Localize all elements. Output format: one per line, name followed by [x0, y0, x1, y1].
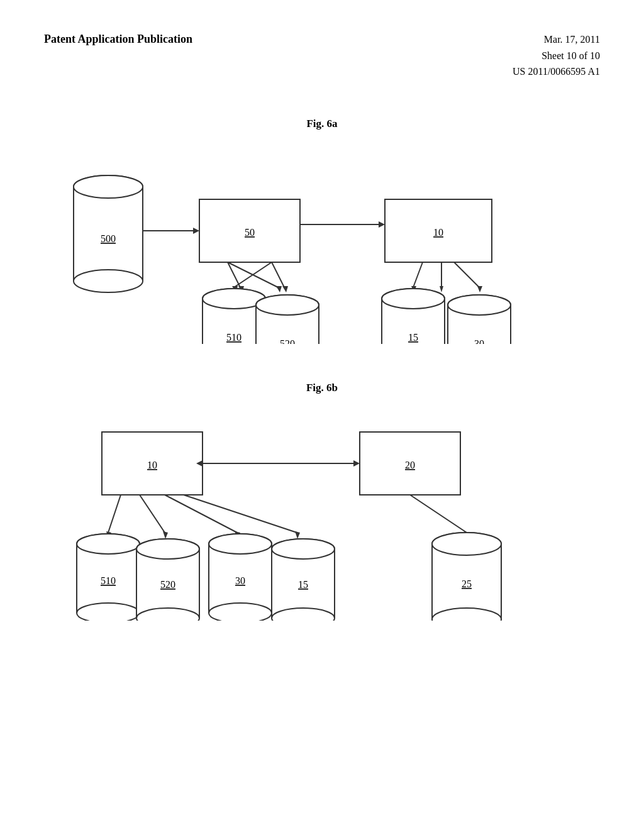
- svg-marker-20: [276, 286, 282, 292]
- svg-line-64: [108, 495, 121, 533]
- fig6a-title: Fig. 6a: [44, 118, 600, 130]
- page-header: Patent Application Publication Mar. 17, …: [44, 31, 600, 80]
- svg-text:510: 510: [226, 332, 242, 343]
- svg-point-5: [74, 175, 143, 198]
- svg-text:520: 520: [160, 579, 175, 590]
- svg-line-21: [272, 262, 284, 287]
- svg-marker-12: [379, 221, 385, 228]
- svg-text:10: 10: [433, 227, 443, 238]
- svg-text:520: 520: [280, 338, 295, 344]
- svg-point-76: [77, 603, 140, 621]
- svg-marker-42: [440, 286, 443, 292]
- svg-point-77: [77, 534, 140, 554]
- svg-marker-61: [353, 460, 360, 467]
- fig6a-svg: 500 50 10: [52, 149, 592, 344]
- svg-line-66: [140, 495, 165, 533]
- page: Patent Application Publication Mar. 17, …: [0, 0, 644, 830]
- patent-number: US 2011/0066595 A1: [513, 64, 600, 80]
- publication-label: Patent Application Publication: [44, 33, 192, 45]
- svg-point-84: [136, 539, 199, 559]
- svg-line-19: [228, 262, 278, 287]
- publication-date: Mar. 17, 2011: [544, 31, 600, 48]
- fig6a-diagram: 500 50 10: [44, 149, 600, 344]
- svg-marker-67: [163, 531, 168, 539]
- svg-point-48: [382, 289, 445, 309]
- svg-text:20: 20: [405, 460, 415, 470]
- svg-point-91: [209, 534, 272, 554]
- svg-marker-40: [477, 286, 482, 292]
- svg-line-37: [413, 262, 423, 287]
- svg-point-4: [74, 270, 143, 292]
- svg-marker-22: [282, 286, 288, 292]
- svg-line-100: [410, 495, 467, 533]
- sheet-info: Sheet 10 of 10: [541, 48, 600, 64]
- publication-title: Patent Application Publication: [44, 31, 192, 47]
- svg-marker-71: [295, 531, 300, 539]
- svg-marker-8: [193, 228, 199, 234]
- svg-text:30: 30: [474, 338, 484, 344]
- svg-text:50: 50: [245, 227, 255, 238]
- svg-point-90: [209, 603, 272, 621]
- svg-point-55: [448, 295, 511, 315]
- svg-text:15: 15: [298, 579, 308, 590]
- svg-point-35: [256, 295, 319, 315]
- header-info: Mar. 17, 2011 Sheet 10 of 10 US 2011/006…: [513, 31, 600, 80]
- svg-text:30: 30: [235, 575, 245, 586]
- svg-text:15: 15: [408, 332, 418, 343]
- fig6b-svg: 10 20: [52, 413, 592, 621]
- svg-point-98: [272, 539, 335, 559]
- svg-text:510: 510: [101, 575, 116, 586]
- fig6b-diagram: 10 20: [44, 413, 600, 621]
- svg-point-107: [432, 533, 501, 555]
- fig6b-title: Fig. 6b: [44, 382, 600, 394]
- svg-text:25: 25: [462, 578, 472, 589]
- svg-text:500: 500: [101, 233, 116, 244]
- svg-line-39: [454, 262, 479, 287]
- svg-text:10: 10: [147, 460, 157, 470]
